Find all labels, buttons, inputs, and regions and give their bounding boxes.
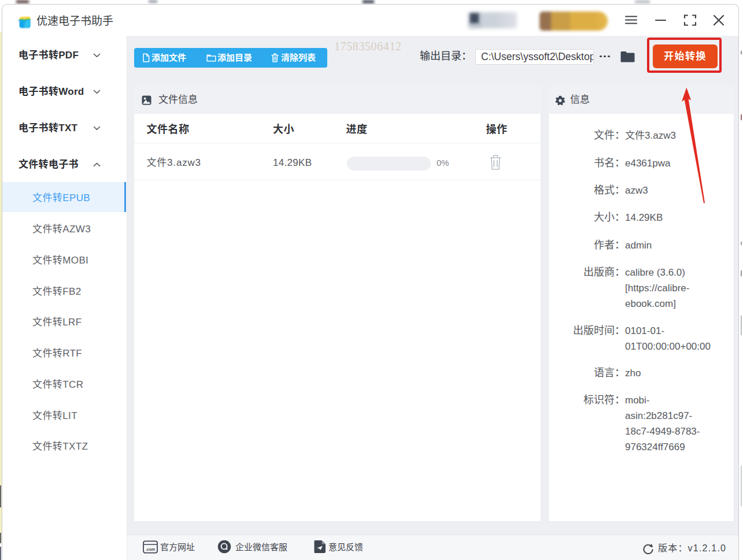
svg-text:.com: .com	[146, 547, 155, 551]
